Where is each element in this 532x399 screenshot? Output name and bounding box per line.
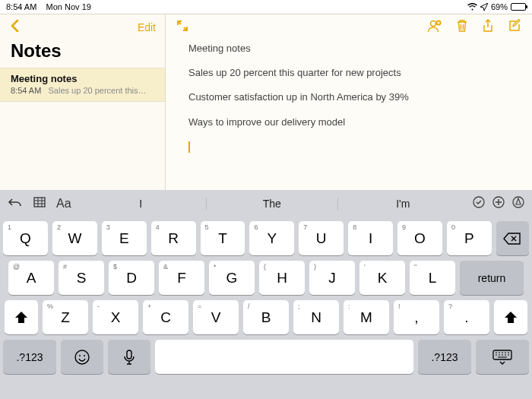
battery-icon (511, 3, 526, 11)
keyboard-row: 1Q 2W 3E 4R 5T 6Y 7U 8I 9O 0P (3, 221, 529, 255)
emoji-icon (74, 349, 90, 366)
key-d[interactable]: $D (109, 261, 154, 295)
suggestion-word[interactable]: I (76, 198, 206, 210)
status-bar: 8:54 AM Mon Nov 19 69% (0, 0, 532, 14)
key-p[interactable]: 0P (447, 221, 492, 255)
add-attachment-button[interactable] (492, 196, 505, 211)
note-list-item[interactable]: Meeting notes 8:54 AM Sales up 20 percen… (0, 68, 165, 102)
editor: Meeting notes Sales up 20 percent this q… (166, 14, 532, 190)
status-date: Mon Nov 19 (46, 2, 91, 11)
check-circle-icon (473, 196, 485, 208)
markup-button[interactable] (512, 196, 524, 211)
key-n[interactable]: ;N (293, 300, 339, 334)
svg-rect-2 (34, 198, 45, 207)
compose-icon (508, 19, 521, 33)
note-item-preview: Sales up 20 percent this… (49, 86, 147, 95)
checklist-button[interactable] (473, 196, 485, 211)
keyboard-row: .?123 .?123 (3, 340, 529, 374)
key-a[interactable]: @A (8, 261, 54, 295)
person-add-icon (427, 19, 442, 33)
key-s[interactable]: #S (59, 261, 104, 295)
key-m[interactable]: :M (344, 300, 389, 334)
key-o[interactable]: 9O (397, 221, 442, 255)
key-period[interactable]: ?. (444, 300, 489, 334)
status-right: 69% (467, 2, 526, 11)
expand-icon (176, 20, 188, 32)
key-v[interactable]: =V (193, 300, 239, 334)
key-q[interactable]: 1Q (3, 221, 48, 255)
fullscreen-button[interactable] (176, 20, 188, 32)
sidebar-title: Notes (0, 37, 165, 68)
mic-icon (124, 350, 135, 365)
suggestion-word[interactable]: I'm (337, 198, 468, 210)
key-k[interactable]: 'K (359, 261, 405, 295)
note-line: Sales up 20 percent this quarter for new… (188, 66, 509, 80)
svg-rect-9 (127, 350, 131, 359)
trash-icon (456, 19, 468, 33)
space-key[interactable] (155, 340, 413, 374)
keyboard-row: %Z -X +C =V /B ;N :M !, ?. (3, 300, 529, 334)
key-b[interactable]: /B (243, 300, 289, 334)
note-item-subtitle: 8:54 AM Sales up 20 percent this… (11, 86, 154, 95)
key-x[interactable]: -X (93, 300, 138, 334)
return-key[interactable]: return (460, 261, 524, 295)
note-item-time: 8:54 AM (11, 86, 41, 95)
shift-key[interactable] (494, 300, 527, 334)
keyboard-row: @A #S $D &F *G (H )J 'K "L return (3, 261, 529, 295)
svg-point-7 (79, 355, 81, 356)
edit-button[interactable]: Edit (138, 21, 156, 33)
status-left: 8:54 AM Mon Nov 19 (6, 2, 91, 11)
hide-keyboard-key[interactable] (476, 340, 529, 374)
plus-circle-icon (492, 196, 505, 208)
undo-icon (8, 197, 23, 207)
format-button[interactable]: Aa (56, 197, 71, 211)
note-line: Customer satisfaction up in North Americ… (188, 90, 509, 104)
key-h[interactable]: (H (259, 261, 305, 295)
key-j[interactable]: )J (309, 261, 355, 295)
delete-button[interactable] (456, 19, 468, 33)
back-button[interactable] (9, 19, 20, 36)
note-line: Ways to improve our delivery model (188, 116, 509, 129)
key-comma[interactable]: !, (394, 300, 439, 334)
key-t[interactable]: 5T (201, 221, 245, 255)
status-time: 8:54 AM (6, 2, 36, 11)
suggestion-bar: Aa I The I'm (0, 190, 532, 217)
key-w[interactable]: 2W (52, 221, 97, 255)
wifi-icon (467, 3, 477, 11)
backspace-key[interactable] (496, 221, 529, 255)
suggestion-word[interactable]: The (206, 198, 337, 210)
note-line: Meeting notes (188, 42, 509, 55)
dictation-key[interactable] (108, 340, 150, 374)
key-i[interactable]: 8I (348, 221, 393, 255)
key-z[interactable]: %Z (43, 300, 88, 334)
key-l[interactable]: "L (410, 261, 455, 295)
compose-button[interactable] (508, 19, 521, 33)
key-e[interactable]: 3E (102, 221, 147, 255)
shift-key[interactable] (5, 300, 38, 334)
numbers-key[interactable]: .?123 (418, 340, 471, 374)
keyboard: Aa I The I'm 1Q 2W 3E 4R 5T 6Y 7U 8I 9O … (0, 190, 532, 399)
key-y[interactable]: 6Y (249, 221, 294, 255)
table-button[interactable] (33, 197, 46, 211)
backspace-icon (503, 233, 521, 245)
shift-icon (503, 311, 518, 325)
emoji-key[interactable] (61, 340, 103, 374)
share-icon (482, 19, 494, 33)
key-c[interactable]: +C (143, 300, 188, 334)
note-body[interactable]: Meeting notes Sales up 20 percent this q… (166, 36, 532, 160)
svg-point-8 (84, 355, 85, 356)
numbers-key[interactable]: .?123 (3, 340, 56, 374)
share-button[interactable] (482, 19, 494, 33)
hide-keyboard-icon (492, 350, 513, 365)
undo-button[interactable] (8, 197, 23, 211)
text-cursor (188, 141, 190, 153)
notes-app: Edit Notes Meeting notes 8:54 AM Sales u… (0, 14, 532, 190)
key-u[interactable]: 7U (299, 221, 344, 255)
add-person-button[interactable] (427, 19, 442, 33)
svg-point-0 (431, 21, 436, 27)
table-icon (33, 197, 46, 207)
key-g[interactable]: *G (209, 261, 255, 295)
shift-icon (14, 311, 29, 325)
key-r[interactable]: 4R (151, 221, 196, 255)
key-f[interactable]: &F (159, 261, 204, 295)
